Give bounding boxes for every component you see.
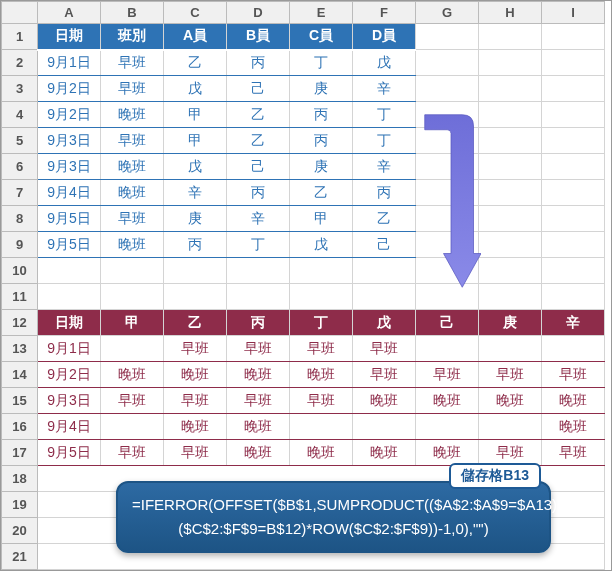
table-cell[interactable]: 己 xyxy=(227,76,290,102)
table-cell[interactable] xyxy=(542,336,605,362)
table-cell[interactable]: 9月4日 xyxy=(38,180,101,206)
table-cell[interactable]: 丁 xyxy=(290,50,353,76)
table-cell[interactable]: 乙 xyxy=(290,180,353,206)
table-cell[interactable]: 早班 xyxy=(542,362,605,388)
cell[interactable] xyxy=(416,76,479,102)
table-cell[interactable]: 早班 xyxy=(479,440,542,466)
row-header-19[interactable]: 19 xyxy=(2,492,38,518)
cell[interactable] xyxy=(479,180,542,206)
table-cell[interactable]: 乙 xyxy=(353,206,416,232)
t1-hdr-shift[interactable]: 班別 xyxy=(101,24,164,50)
table-cell[interactable]: 晚班 xyxy=(164,414,227,440)
table-cell[interactable]: 乙 xyxy=(164,50,227,76)
table-cell[interactable]: 早班 xyxy=(542,440,605,466)
cell[interactable] xyxy=(479,24,542,50)
cell[interactable] xyxy=(416,284,479,310)
table-cell[interactable]: 丁 xyxy=(353,102,416,128)
table-cell[interactable] xyxy=(479,336,542,362)
col-header-G[interactable]: G xyxy=(416,2,479,24)
cell[interactable] xyxy=(416,180,479,206)
table-cell[interactable]: 9月3日 xyxy=(38,388,101,414)
cell[interactable] xyxy=(542,180,605,206)
table-cell[interactable]: 早班 xyxy=(164,440,227,466)
col-header-B[interactable]: B xyxy=(101,2,164,24)
cell[interactable] xyxy=(416,50,479,76)
table-cell[interactable]: 9月2日 xyxy=(38,362,101,388)
row-header-6[interactable]: 6 xyxy=(2,154,38,180)
cell[interactable] xyxy=(542,284,605,310)
row-header-1[interactable]: 1 xyxy=(2,24,38,50)
t1-hdr-c[interactable]: C員 xyxy=(290,24,353,50)
cell[interactable] xyxy=(416,232,479,258)
t2-hdr-8[interactable]: 辛 xyxy=(542,310,605,336)
table-cell[interactable]: 辛 xyxy=(164,180,227,206)
table-cell[interactable]: 丙 xyxy=(164,232,227,258)
table-cell[interactable]: 丙 xyxy=(290,102,353,128)
t1-hdr-date[interactable]: 日期 xyxy=(38,24,101,50)
table-cell[interactable]: 9月1日 xyxy=(38,336,101,362)
cell[interactable] xyxy=(542,154,605,180)
table-cell[interactable]: 早班 xyxy=(101,76,164,102)
cell[interactable] xyxy=(479,232,542,258)
table-cell[interactable]: 辛 xyxy=(353,76,416,102)
table-cell[interactable]: 早班 xyxy=(164,388,227,414)
cell[interactable] xyxy=(542,76,605,102)
row-header-21[interactable]: 21 xyxy=(2,544,38,570)
table-cell[interactable]: 早班 xyxy=(101,50,164,76)
table-cell[interactable]: 晚班 xyxy=(101,154,164,180)
table-cell[interactable]: 9月4日 xyxy=(38,414,101,440)
table-cell[interactable]: 晚班 xyxy=(290,362,353,388)
cell[interactable] xyxy=(479,76,542,102)
t1-hdr-d[interactable]: D員 xyxy=(353,24,416,50)
table-cell[interactable]: 戊 xyxy=(353,50,416,76)
table-cell[interactable]: 丙 xyxy=(290,128,353,154)
table-cell[interactable]: 己 xyxy=(353,232,416,258)
table-cell[interactable]: 庚 xyxy=(290,154,353,180)
table-cell[interactable]: 晚班 xyxy=(416,440,479,466)
table-cell[interactable]: 庚 xyxy=(164,206,227,232)
cell[interactable] xyxy=(416,206,479,232)
row-header-16[interactable]: 16 xyxy=(2,414,38,440)
table-cell[interactable]: 9月5日 xyxy=(38,440,101,466)
table-cell[interactable]: 庚 xyxy=(290,76,353,102)
table-cell[interactable]: 戊 xyxy=(164,154,227,180)
row-header-20[interactable]: 20 xyxy=(2,518,38,544)
table-cell[interactable]: 晚班 xyxy=(164,362,227,388)
table-cell[interactable]: 丁 xyxy=(227,232,290,258)
t2-hdr-1[interactable]: 甲 xyxy=(101,310,164,336)
table-cell[interactable]: 9月5日 xyxy=(38,232,101,258)
table-cell[interactable]: 晚班 xyxy=(542,388,605,414)
table-cell[interactable]: 9月2日 xyxy=(38,102,101,128)
table-cell[interactable]: 甲 xyxy=(164,128,227,154)
table-cell[interactable]: 晚班 xyxy=(290,440,353,466)
col-header-E[interactable]: E xyxy=(290,2,353,24)
cell[interactable] xyxy=(164,284,227,310)
table-cell[interactable]: 丙 xyxy=(227,50,290,76)
table-cell[interactable] xyxy=(290,414,353,440)
table-cell[interactable]: 乙 xyxy=(227,102,290,128)
cell[interactable] xyxy=(101,284,164,310)
cell[interactable] xyxy=(542,128,605,154)
cell[interactable] xyxy=(38,284,101,310)
table-cell[interactable]: 戊 xyxy=(290,232,353,258)
row-header-17[interactable]: 17 xyxy=(2,440,38,466)
table-cell[interactable] xyxy=(479,414,542,440)
table-cell[interactable]: 早班 xyxy=(101,206,164,232)
table-cell[interactable]: 己 xyxy=(227,154,290,180)
table-cell[interactable]: 晚班 xyxy=(101,362,164,388)
cell[interactable] xyxy=(227,284,290,310)
cell[interactable] xyxy=(542,102,605,128)
row-header-8[interactable]: 8 xyxy=(2,206,38,232)
cell[interactable] xyxy=(542,258,605,284)
table-cell[interactable]: 晚班 xyxy=(227,440,290,466)
table-cell[interactable]: 晚班 xyxy=(101,232,164,258)
row-header-7[interactable]: 7 xyxy=(2,180,38,206)
row-header-10[interactable]: 10 xyxy=(2,258,38,284)
col-header-D[interactable]: D xyxy=(227,2,290,24)
table-cell[interactable]: 早班 xyxy=(227,336,290,362)
cell[interactable] xyxy=(101,258,164,284)
table-cell[interactable]: 丙 xyxy=(353,180,416,206)
cell[interactable] xyxy=(353,284,416,310)
cell[interactable] xyxy=(479,258,542,284)
cell[interactable] xyxy=(416,102,479,128)
